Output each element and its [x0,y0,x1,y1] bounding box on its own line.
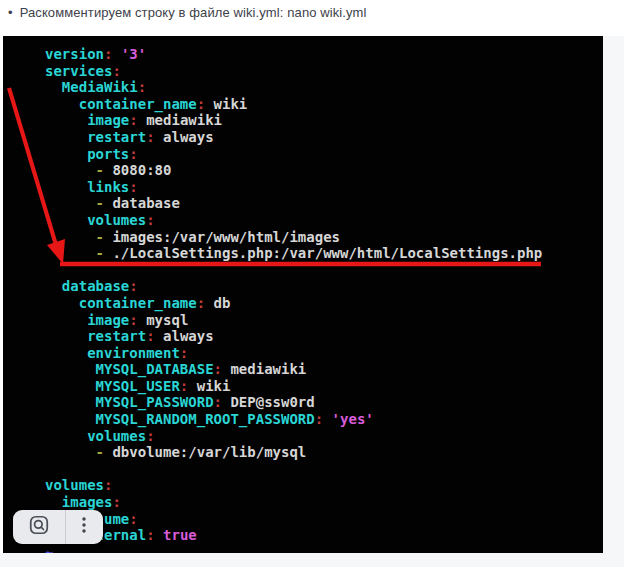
code-line: image: mediawiki [45,112,603,129]
terminal-window: version: '3'services: MediaWiki: contain… [3,36,603,553]
code-line: volumes: [45,477,603,494]
code-line: - 8080:80 [45,162,603,179]
code-line: database: [45,278,603,295]
visual-search-icon [28,514,50,540]
code-line: - images:/var/www/html/images [45,229,603,246]
code-line: - database [45,195,603,212]
page: { "caption": { "bullet": "•", "text": "Р… [0,0,624,567]
code-line: MYSQL_USER: wiki [45,378,603,395]
code-line [45,461,603,478]
code-line: links: [45,179,603,196]
page-gutter-bottom [0,553,624,567]
code-line: image: mysql [45,312,603,329]
code-line: volumes: [45,428,603,445]
code-line: environment: [45,345,603,362]
code-line: MYSQL_RANDOM_ROOT_PASSWORD: 'yes' [45,411,603,428]
code-line: services: [45,63,603,80]
terminal-code: version: '3'services: MediaWiki: contain… [3,36,603,553]
code-line: - ./LocalSettings.php:/var/www/html/Loca… [45,245,603,262]
page-gutter-right [603,36,624,567]
code-line: ~ [45,544,603,553]
more-options-button[interactable] [65,510,103,544]
code-line: MediaWiki: [45,79,603,96]
code-line: - dbvolume:/var/lib/mysql [45,444,603,461]
image-tools-overlay [13,510,103,544]
code-line: container_name: wiki [45,96,603,113]
caption: •Раскомментируем строку в файле wiki.yml… [8,5,367,20]
code-line: images: [45,494,603,511]
code-line: dbvolume: [45,511,603,528]
code-line [45,262,603,279]
code-line: external: true [45,527,603,544]
code-line: MYSQL_DATABASE: mediawiki [45,361,603,378]
kebab-menu-icon [75,515,93,539]
code-line: container_name: db [45,295,603,312]
code-line: ports: [45,146,603,163]
visual-search-button[interactable] [13,510,65,544]
code-line: restart: always [45,328,603,345]
bullet-marker: • [8,5,13,20]
caption-text: Раскомментируем строку в файле wiki.yml:… [20,5,367,20]
code-line: version: '3' [45,46,603,63]
code-line: restart: always [45,129,603,146]
code-line: MYSQL_PASSWORD: DEP@ssw0rd [45,394,603,411]
code-line: volumes: [45,212,603,229]
